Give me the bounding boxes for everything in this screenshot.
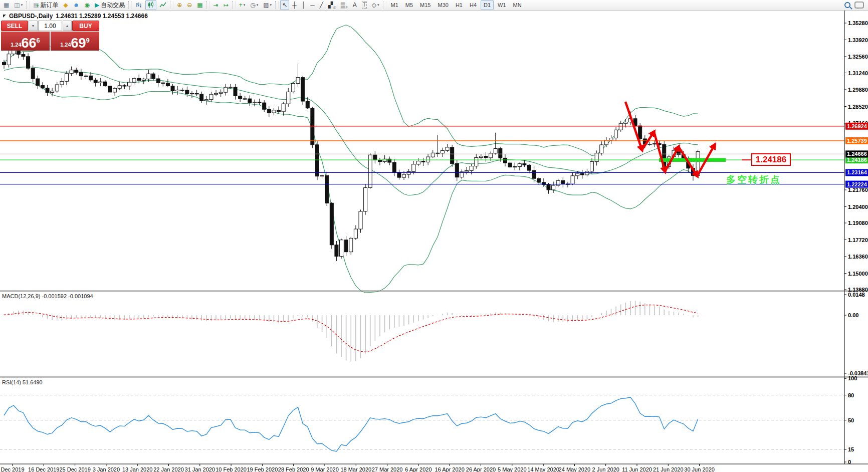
rsi-axis-tick: 50 [848, 417, 854, 423]
line-chart-mode-button[interactable] [157, 0, 168, 10]
auto-trading-button[interactable]: ▶自动交易 [93, 0, 127, 10]
arrows-icon: ◇ [372, 2, 376, 8]
zoom-in-icon: ⊕ [177, 2, 182, 8]
timeframe-mn-button[interactable]: MN [510, 0, 525, 10]
price-chart-canvas[interactable]: MACD(12,26,9) -0.001592 -0.0010940.01480… [0, 11, 868, 472]
mt4-terminal: { "toolbar": { "groups": [ {"items": [ {… [0, 0, 868, 472]
timeframe-group: M1M5M15M30H1H4D1W1MN [387, 0, 525, 10]
date-axis-label: 6 Apr 2020 [405, 466, 431, 472]
rsi-line [4, 397, 698, 451]
price-axis-tick: 1.32560 [848, 54, 868, 60]
chat-icon[interactable] [854, 2, 864, 9]
chart-title: GBPUSD-,Daily [9, 13, 53, 20]
rsi-axis-tick: 100 [848, 375, 857, 381]
sell-price-pips: 66 [22, 37, 37, 49]
indicators-button[interactable]: +▾ [237, 0, 248, 10]
date-axis-label: 5 May 2020 [498, 466, 526, 472]
timeframe-h4-button[interactable]: H4 [467, 0, 480, 10]
new-order-label: 新订单 [41, 1, 59, 10]
chart-header: GBPUSD-,Daily 1.24631 1.25289 1.24553 1.… [3, 13, 148, 20]
profiles-button[interactable]: ◫▾ [12, 0, 25, 10]
crosshair-icon: ┼ [292, 2, 297, 8]
new-chart-button[interactable]: ▦ [2, 0, 11, 10]
timeframe-w1-button[interactable]: W1 [495, 0, 509, 10]
crosshair-button[interactable]: ┼ [290, 0, 299, 10]
date-axis-label: 9 Mar 2020 [311, 466, 339, 472]
price-axis-tick: 1.33920 [848, 37, 868, 43]
toolbar-separator [383, 1, 386, 9]
horizontal-line-button[interactable]: ─ [308, 0, 317, 10]
date-axis-label: Dec 2019 [1, 466, 24, 472]
price-line-labels: 1.269241.257391.241861.231641.222241.246… [845, 123, 868, 188]
vertical-line-button[interactable]: │ [300, 0, 308, 10]
buy-button[interactable]: BUY [72, 21, 99, 31]
zoom-out-button[interactable]: ⊖ [185, 0, 194, 10]
vertical-line-icon: │ [302, 2, 306, 8]
signals-icon: ☻ [73, 2, 80, 8]
timeframe-m30-button[interactable]: M30 [435, 0, 452, 10]
date-axis-label: 25 Dec 2019 [59, 466, 90, 472]
new-order-button[interactable]: ▤+新订单 [31, 0, 60, 10]
timeframe-h1-button[interactable]: H1 [453, 0, 466, 10]
text-button[interactable]: A [351, 0, 359, 10]
timeframe-m15-button[interactable]: M15 [417, 0, 433, 10]
search-icon[interactable] [844, 2, 850, 8]
price-axis-tick: 1.17720 [848, 237, 868, 243]
trendline-icon: ╱ [320, 2, 323, 8]
bar-chart-mode-button[interactable] [133, 0, 144, 10]
timeframe-d1-button[interactable]: D1 [481, 0, 494, 10]
toolbar-right-icons [844, 2, 867, 9]
price-axis-tick: 1.35280 [848, 20, 868, 26]
date-axis-label: 22 Jan 2020 [153, 466, 184, 472]
timeframe-m1-button[interactable]: M1 [388, 0, 401, 10]
news-radar-button[interactable]: ◉ [82, 0, 91, 10]
profiles-icon: ◫ [14, 2, 20, 8]
text-icon: A [353, 2, 357, 8]
candlestick-mode-button[interactable] [145, 0, 156, 10]
annotation-green-support-bar[interactable] [659, 158, 726, 162]
toolbar-group-5: +▾◷▾▨▾ [237, 0, 274, 10]
tile-windows-button[interactable]: ▦ [195, 0, 204, 10]
profiles-caret-icon: ▾ [21, 3, 23, 7]
date-axis-label: 16 Apr 2020 [435, 466, 465, 472]
chart-ohlc-values: 1.24631 1.25289 1.24553 1.24666 [56, 13, 148, 20]
price-axis-tick: 1.15000 [848, 271, 868, 277]
candlestick-mode-icon [147, 2, 154, 9]
annotation-cn-text[interactable]: 多空转折点 [726, 174, 781, 185]
toolbar-group-6: ↖┼│─╱▞E▒FAT◇▾ [280, 0, 381, 10]
signals-button[interactable]: ☻ [71, 0, 82, 10]
indicators-icon: + [239, 2, 243, 8]
trendline-button[interactable]: ╱ [318, 0, 325, 10]
line-chart-mode-icon [159, 2, 166, 9]
buy-price-base: 1.24 [60, 42, 71, 48]
text-label-icon: T [362, 2, 367, 9]
auto-trading-label: 自动交易 [101, 1, 125, 10]
buy-price[interactable]: 1.24 69 9 [51, 32, 99, 51]
templates-icon: ▨ [263, 2, 269, 8]
equidistant-channel-button[interactable]: ▞E [326, 0, 338, 10]
chart-window: GBPUSD-,Daily 1.24631 1.25289 1.24553 1.… [0, 11, 868, 472]
timeframe-m5-button[interactable]: M5 [402, 0, 416, 10]
templates-button[interactable]: ▨▾ [261, 0, 274, 10]
periods-button[interactable]: ◷▾ [248, 0, 260, 10]
auto-trading-icon: ▶ [95, 2, 99, 8]
text-label-button[interactable]: T [360, 0, 369, 10]
arrows-button[interactable]: ◇▾ [370, 0, 381, 10]
cursor-button[interactable]: ↖ [280, 0, 289, 10]
price-axis-tick: 1.19080 [848, 220, 868, 226]
fibonacci-icon: ▒ [341, 2, 345, 8]
volume-decrease-button[interactable]: ▼ [29, 21, 38, 31]
volume-increase-button[interactable]: ▲ [63, 21, 72, 31]
equidistant-channel-icon: ▞ [328, 2, 333, 8]
date-axis-label: 24 May 2020 [559, 466, 591, 472]
chart-shift-button[interactable]: ↦ [222, 0, 231, 10]
rsi-pane: 1008050150RSI(14) 51.6490 [0, 375, 857, 465]
zoom-in-button[interactable]: ⊕ [175, 0, 184, 10]
market-button[interactable]: ◆ [62, 0, 70, 10]
sell-button[interactable]: SELL [1, 21, 28, 31]
price-axis-tick: 1.31240 [848, 70, 868, 76]
auto-scroll-button[interactable]: ⇥ [211, 0, 221, 10]
fibonacci-button[interactable]: ▒F [339, 0, 350, 10]
volume-input[interactable]: 1.00 [38, 21, 62, 31]
sell-price[interactable]: 1.24 66 6 [1, 32, 50, 51]
